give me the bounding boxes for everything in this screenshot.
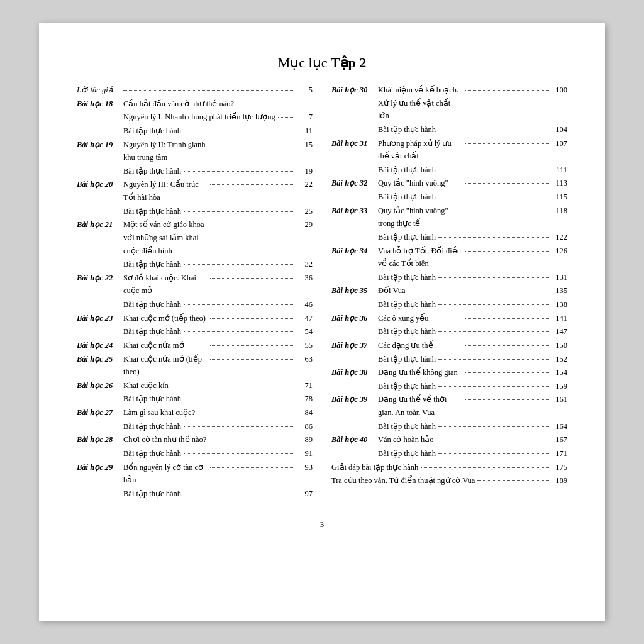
toc-indent-row: Bài tập thực hành152: [331, 353, 567, 366]
toc-row: Bài học 38Dạng ưu thế không gian154: [331, 366, 567, 379]
toc-dots: [438, 237, 549, 238]
toc-row: Bài tập thực hành54: [77, 325, 313, 338]
toc-dots: [465, 211, 549, 211]
toc-dots: [465, 90, 549, 91]
toc-dots: [210, 278, 294, 279]
toc-text: Quy tắc "hình vuông": [375, 177, 462, 190]
toc-row: Bài học 36Các ô xung yếu141: [331, 312, 567, 325]
toc-dots: [438, 426, 549, 427]
toc-text: Ván cờ hoàn hảo: [375, 433, 462, 447]
toc-row: Bài học 23Khai cuộc mở (tiếp theo)47: [77, 312, 313, 325]
toc-text: Bài tập thực hành: [123, 258, 181, 271]
toc-text: Bài tập thực hành: [123, 447, 181, 460]
toc-text: Bài tập thực hành: [123, 392, 181, 406]
toc-label: Bài học 26: [77, 379, 121, 392]
toc-label: Bài học 36: [331, 312, 375, 325]
toc-row: Bài học 34Vua hỗ trợ Tốt. Đổi điều về cá…: [331, 245, 567, 270]
toc-page: 164: [552, 420, 567, 433]
toc-label: Bài học 18: [77, 97, 121, 111]
toc-label: Bài học 31: [331, 137, 375, 150]
toc-indent-row: Bài tập thực hành86: [77, 420, 313, 433]
toc-text: Khai cuộc nửa mở (tiếp theo): [121, 353, 208, 379]
toc-row: Nguyên lý I: Nhanh chóng phát triển lực …: [77, 111, 313, 124]
toc-label: Bài học 35: [331, 284, 375, 297]
toc-page: 154: [552, 366, 567, 379]
toc-dots: [210, 184, 294, 185]
toc-row: Bài tập thực hành25: [77, 205, 313, 218]
toc-indent-row: Tra cứu theo ván. Từ điển thuật ngữ cờ V…: [331, 474, 567, 487]
toc-row: Bài học 37Các dạng ưu thế150: [331, 339, 567, 352]
toc-text: Bài tập thực hành: [123, 298, 181, 311]
toc-row: Bài tập thực hành138: [331, 298, 567, 311]
toc-text: Bài tập thực hành: [123, 125, 181, 138]
toc-indent-row: Bài tập thực hành25: [77, 205, 313, 218]
toc-text: Bài tập thực hành: [378, 420, 436, 433]
toc-dots: [278, 117, 294, 118]
toc-dots: [184, 426, 294, 427]
toc-page: 22: [297, 178, 313, 191]
toc-page: 150: [552, 339, 567, 352]
toc-row: Bài học 18Cần bắt đầu ván cờ như thế nào…: [77, 97, 313, 111]
toc-dots: [438, 304, 549, 305]
toc-text: Khai cuộc nửa mở: [121, 339, 208, 352]
toc-dots: [123, 90, 294, 91]
toc-text: Vua hỗ trợ Tốt. Đổi điều về các Tốt biên: [375, 245, 462, 270]
toc-label: Bài học 39: [331, 393, 375, 406]
toc-row: Bài học 32Quy tắc "hình vuông"113: [331, 177, 567, 190]
toc-text: Bài tập thực hành: [378, 447, 436, 460]
toc-page: 115: [552, 191, 567, 204]
toc-label: Bài học 30: [331, 84, 375, 97]
toc-page: 93: [297, 461, 313, 474]
toc-indent-row: Bài tập thực hành46: [77, 298, 313, 311]
toc-dots: [184, 453, 294, 454]
toc-dots: [184, 399, 294, 399]
toc-row: Bài tập thực hành97: [77, 487, 313, 501]
toc-text: Bài tập thực hành: [378, 231, 436, 244]
toc-page: 55: [297, 339, 313, 352]
toc-indent-row: Bài tập thực hành159: [331, 380, 567, 393]
toc-page: 91: [297, 447, 313, 460]
toc-page: 46: [297, 298, 313, 311]
toc-indent-row: Bài tập thực hành78: [77, 392, 313, 406]
toc-dots: [184, 264, 294, 265]
toc-row: Bài học 33Quy tắc "hình vuông" trong thự…: [331, 204, 567, 230]
toc-row: Bài tập thực hành11: [77, 125, 313, 138]
toc-page: 84: [297, 406, 313, 419]
toc-row: Bài học 39Dạng ưu thế về thời gian. An t…: [331, 393, 567, 419]
toc-dots: [438, 386, 549, 387]
toc-indent-row: Bài tập thực hành122: [331, 231, 567, 244]
toc-text: Cần bắt đầu ván cờ như thế nào?: [121, 97, 313, 111]
toc-dots: [210, 467, 294, 468]
toc-label: Bài học 23: [77, 312, 121, 325]
toc-page: 89: [297, 433, 313, 447]
toc-indent-row: Bài tập thực hành171: [331, 447, 567, 460]
toc-dots: [210, 318, 294, 319]
toc-dots: [438, 359, 549, 360]
toc-label: Bài học 27: [77, 406, 121, 419]
toc-dots: [465, 183, 549, 184]
toc-label: Bài học 24: [77, 339, 121, 352]
toc-text: Bài tập thực hành: [378, 123, 436, 136]
toc-label: Bài học 40: [331, 433, 375, 447]
toc-row: Bài tập thực hành171: [331, 447, 567, 460]
toc-text: Bài tập thực hành: [123, 325, 181, 338]
toc-page: 167: [552, 433, 567, 447]
toc-text: Làm gì sau khai cuộc?: [121, 406, 208, 419]
toc-text: Các ô xung yếu: [375, 312, 462, 325]
toc-label: Bài học 19: [77, 138, 121, 152]
toc-label: Bài học 25: [77, 353, 121, 366]
toc-text: Chơi cờ tàn như thế nào?: [121, 433, 208, 447]
toc-text: Quy tắc "hình vuông" trong thực tế: [375, 204, 462, 230]
toc-indent-row: Nguyên lý I: Nhanh chóng phát triển lực …: [77, 111, 313, 124]
toc-page: 141: [552, 312, 567, 325]
toc-text: Sơ đồ khai cuộc. Khai cuộc mở: [121, 272, 208, 297]
toc-dots: [438, 197, 549, 197]
toc-row: Bài tập thực hành152: [331, 353, 567, 366]
toc-indent-row: Bài tập thực hành32: [77, 258, 313, 271]
toc-row: Bài tập thực hành159: [331, 380, 567, 393]
toc-page: 161: [552, 393, 567, 406]
toc-indent-row: Bài tập thực hành111: [331, 164, 567, 177]
toc-row: Bài tập thực hành104: [331, 123, 567, 136]
toc-text: Dạng ưu thế về thời gian. An toàn Vua: [375, 393, 462, 419]
toc-label: Bài học 34: [331, 245, 375, 258]
